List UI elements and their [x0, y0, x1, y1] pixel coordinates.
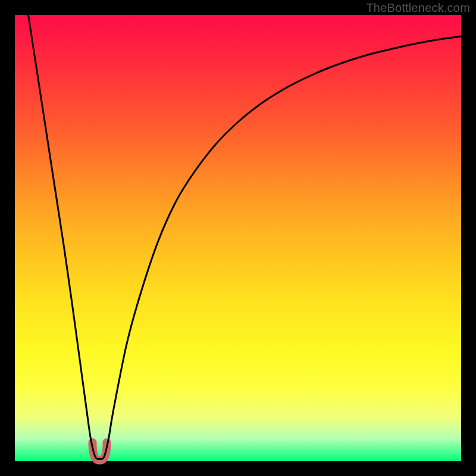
plot-area	[15, 15, 461, 461]
curve-layer	[15, 15, 461, 461]
bottleneck-curve	[29, 15, 462, 459]
chart-container: { "attribution": "TheBottleneck.com", "c…	[0, 0, 476, 476]
attribution-label: TheBottleneck.com	[366, 1, 470, 15]
